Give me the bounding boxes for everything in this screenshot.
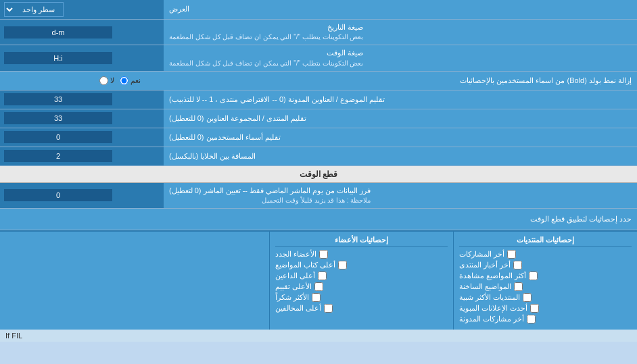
topics-label: تقليم الموضوع / العناوين المدونة (0 -- ا…	[162, 90, 637, 109]
time-cutoff-header: قطع الوقت	[0, 166, 637, 183]
checkbox-forum-7[interactable]	[527, 315, 536, 323]
limit-label: حدد إحصائيات لتطبيق قطع الوقت	[5, 215, 632, 224]
usernames-input-container	[0, 128, 162, 147]
forum-stats-header: إحصائيات المنتديات	[459, 236, 632, 247]
bold-radio-no[interactable]: لا	[99, 76, 114, 85]
checkbox-member-2[interactable]	[338, 261, 347, 269]
bold-radio-yes[interactable]: نعم	[120, 76, 141, 85]
title-label: العرض	[162, 0, 637, 19]
checkbox-member-3[interactable]	[318, 271, 327, 280]
list-item: أخر أخبار المنتدى	[459, 261, 632, 269]
date-format-label: صيغة التاريخ بعض التكوينات يتطلب "/" الت…	[162, 20, 637, 45]
bold-label: إزالة نمط بولد (Bold) من اسماء المستخدمي…	[141, 76, 632, 85]
checkbox-forum-1[interactable]	[507, 250, 516, 259]
list-item: الأعضاء الجدد	[275, 250, 448, 259]
display-select[interactable]: سطر واحد سطرين ثلاثة أسطر	[4, 2, 64, 17]
list-item: أخر المشاركات	[459, 250, 632, 259]
cell-spacing-input-container	[0, 147, 162, 165]
checkbox-member-1[interactable]	[319, 250, 328, 259]
checkbox-member-5[interactable]	[312, 293, 321, 302]
list-item: أعلى المخالفين	[275, 304, 448, 313]
usernames-label: تقليم أسماء المستخدمين (0 للتعطيل)	[162, 128, 637, 147]
member-stats-column: إحصائيات الأعضاء الأعضاء الجدد أعلى كتاب…	[269, 232, 453, 330]
bold-row: إزالة نمط بولد (Bold) من اسماء المستخدمي…	[0, 72, 637, 90]
checkbox-forum-2[interactable]	[513, 261, 522, 269]
time-format-input[interactable]	[4, 52, 112, 64]
list-item: أخر مشاركات المدونة	[459, 315, 632, 323]
bold-radio-group: نعم لا	[5, 76, 141, 85]
time-cutoff-input-container	[0, 183, 162, 208]
forum-headers-input[interactable]	[4, 112, 112, 124]
time-format-input-container	[0, 45, 162, 70]
top-select-container: سطر واحد سطرين ثلاثة أسطر	[0, 0, 162, 19]
checkbox-member-4[interactable]	[314, 282, 323, 291]
time-format-label: صيغة الوقت بعض التكوينات يتطلب "/" التي …	[162, 45, 637, 70]
empty-column	[0, 232, 269, 330]
list-item: المواضيع الساخنة	[459, 282, 632, 291]
date-format-input-container	[0, 20, 162, 45]
forum-stats-column: إحصائيات المنتديات أخر المشاركات أخر أخب…	[453, 232, 637, 330]
forum-headers-input-container	[0, 109, 162, 128]
topics-input[interactable]	[4, 93, 112, 105]
time-cutoff-input[interactable]	[4, 189, 112, 201]
bottom-note: If FIL	[0, 330, 637, 342]
cell-spacing-label: المسافة بين الخلايا (بالبكسل)	[162, 147, 637, 165]
limit-row: حدد إحصائيات لتطبيق قطع الوقت	[0, 209, 637, 230]
checkbox-forum-4[interactable]	[514, 282, 523, 291]
list-item: أحدث الإعلانات المبوية	[459, 304, 632, 313]
list-item: المنتديات الأكثر شبية	[459, 293, 632, 302]
forum-headers-label: تقليم المنتدى / المجموعة العناوين (0 للت…	[162, 109, 637, 128]
checkboxes-section: إحصائيات المنتديات أخر المشاركات أخر أخب…	[0, 230, 637, 330]
date-format-input[interactable]	[4, 26, 112, 38]
checkbox-forum-5[interactable]	[523, 293, 532, 302]
list-item: أعلى الداعين	[275, 271, 448, 280]
checkbox-member-6[interactable]	[324, 304, 333, 313]
topics-input-container	[0, 90, 162, 109]
list-item: الأكثر شكراً	[275, 293, 448, 302]
usernames-input[interactable]	[4, 131, 112, 143]
member-stats-header: إحصائيات الأعضاء	[275, 236, 448, 247]
list-item: أكثر المواضيع مشاهدة	[459, 271, 632, 280]
cell-spacing-input[interactable]	[4, 150, 112, 162]
list-item: أعلى كتاب المواضيع	[275, 261, 448, 269]
list-item: الأعلى تقييم	[275, 282, 448, 291]
time-cutoff-label: فرز البيانات من يوم الماشر الماضي فقط --…	[162, 183, 637, 208]
checkbox-forum-6[interactable]	[530, 304, 539, 313]
checkbox-forum-3[interactable]	[529, 271, 538, 280]
